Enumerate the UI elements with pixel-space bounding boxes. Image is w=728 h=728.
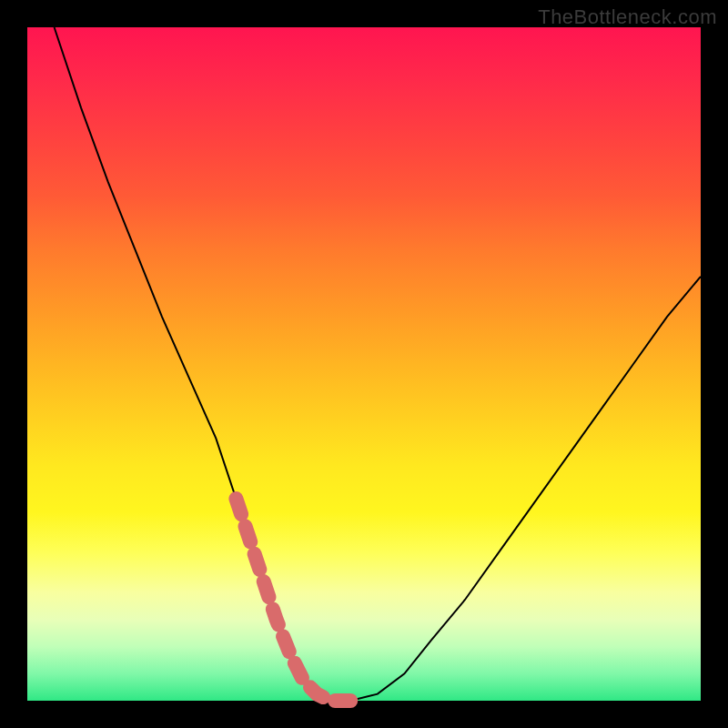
watermark-text: TheBottleneck.com — [538, 5, 717, 29]
chart-svg — [27, 27, 701, 701]
chart-frame: TheBottleneck.com — [0, 0, 728, 728]
bottleneck-curve — [55, 27, 701, 701]
bottleneck-curve-highlight — [236, 499, 350, 701]
chart-plot-area — [27, 27, 701, 701]
